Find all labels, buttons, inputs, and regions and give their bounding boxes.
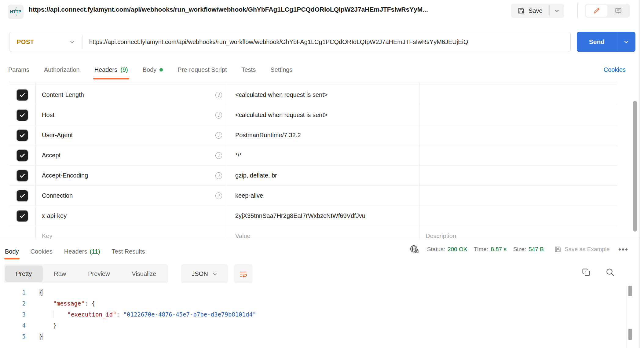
- send-button-group[interactable]: Send: [577, 32, 635, 52]
- info-icon[interactable]: i: [215, 152, 222, 159]
- header-value-cell[interactable]: */*: [227, 145, 419, 165]
- info-icon[interactable]: i: [215, 92, 222, 98]
- header-key-cell[interactable]: Key: [36, 226, 227, 239]
- view-tab-pretty[interactable]: Pretty: [5, 266, 43, 282]
- stat-label: Status:: [427, 246, 445, 253]
- response-panel: BodyCookiesHeaders(11)Test Results Statu…: [0, 239, 639, 348]
- network-info-button[interactable]: [409, 244, 419, 254]
- header-enabled-checkbox[interactable]: [17, 90, 28, 101]
- table-cell: [9, 82, 36, 85]
- code-text: "execution_id": "0122670e-4876-45e7-b7be…: [26, 309, 256, 320]
- code-text: }: [26, 320, 57, 331]
- header-description-cell[interactable]: [419, 125, 617, 145]
- header-key: x-api-key: [42, 212, 67, 219]
- tab-settings[interactable]: Settings: [270, 63, 292, 79]
- table-row: Hosti<calculated when request is sent>: [9, 105, 617, 125]
- key-placeholder: Key: [42, 233, 52, 239]
- header-description-cell[interactable]: Description: [419, 226, 617, 239]
- header-key: Connection: [42, 192, 73, 199]
- header-key-cell[interactable]: Accept-Encodingi: [36, 166, 227, 185]
- header-key-cell[interactable]: Hosti: [36, 105, 227, 125]
- header-value-cell[interactable]: <calculated when request is sent>: [227, 85, 419, 105]
- tab-pre-request-script[interactable]: Pre-request Script: [177, 63, 227, 79]
- info-icon[interactable]: i: [215, 132, 222, 139]
- response-time-stat: Time:8.87 s: [474, 246, 507, 253]
- save-as-example-button[interactable]: Save as Example: [554, 246, 610, 253]
- header-description-cell[interactable]: [419, 186, 617, 206]
- header-description-cell[interactable]: [419, 145, 617, 165]
- response-tab-cookies[interactable]: Cookies: [31, 239, 53, 264]
- table-row-partial: [9, 82, 617, 85]
- header-key: Host: [42, 112, 54, 119]
- code-token: }: [39, 333, 42, 340]
- cookies-link[interactable]: Cookies: [604, 66, 626, 73]
- header-value-cell[interactable]: keep-alive: [227, 186, 419, 206]
- header-description-cell[interactable]: [419, 206, 617, 226]
- tab-authorization[interactable]: Authorization: [44, 63, 80, 79]
- search-icon[interactable]: [605, 267, 615, 277]
- indent: [39, 322, 53, 329]
- topbar: ⭜ HTTP ⭝ https://api.connect.fylamynt.co…: [0, 0, 639, 28]
- copy-icon[interactable]: [581, 267, 591, 277]
- tab-body[interactable]: Body: [143, 63, 163, 79]
- header-enabled-checkbox[interactable]: [17, 110, 28, 121]
- url-input[interactable]: [82, 38, 570, 46]
- header-value-cell[interactable]: <calculated when request is sent>: [227, 105, 419, 125]
- header-enabled-checkbox[interactable]: [17, 211, 28, 222]
- header-enabled-checkbox[interactable]: [17, 130, 28, 141]
- save-options-button[interactable]: [550, 4, 564, 18]
- response-scrollbar[interactable]: [628, 286, 632, 296]
- header-key-cell[interactable]: User-Agenti: [36, 125, 227, 145]
- topbar-divider: [577, 3, 578, 18]
- header-value-cell[interactable]: 2yjX35tnnSaa7Hr2g8EaI7rWxbzcNtWf69VdfJvu: [227, 206, 419, 226]
- more-options-icon[interactable]: •••: [618, 246, 628, 252]
- header-description-cell[interactable]: [419, 105, 617, 125]
- info-icon[interactable]: i: [215, 192, 222, 199]
- comments-button[interactable]: [607, 5, 629, 17]
- response-view-tabs: PrettyRawPreviewVisualize: [4, 264, 168, 283]
- save-button[interactable]: Save: [511, 4, 549, 18]
- header-value-cell[interactable]: PostmanRuntime/7.32.2: [227, 125, 419, 145]
- request-url-bar: POST: [9, 32, 571, 52]
- tab-params[interactable]: Params: [8, 63, 29, 79]
- header-key-cell[interactable]: Accepti: [36, 145, 227, 165]
- response-tab-body[interactable]: Body: [5, 239, 19, 264]
- page-scrollbar[interactable]: [628, 329, 632, 340]
- checkbox-cell: [9, 105, 36, 125]
- header-value: gzip, deflate, br: [235, 172, 277, 179]
- header-value: <calculated when request is sent>: [235, 91, 327, 98]
- send-button-label[interactable]: Send: [577, 32, 617, 52]
- response-tab-headers[interactable]: Headers(11): [64, 239, 100, 264]
- header-description-cell[interactable]: [419, 85, 617, 105]
- header-key-cell[interactable]: Content-Lengthi: [36, 85, 227, 105]
- format-select[interactable]: JSON: [181, 264, 228, 283]
- headers-scrollbar[interactable]: [633, 101, 637, 232]
- header-value-cell[interactable]: gzip, deflate, br: [227, 166, 419, 185]
- header-key: Content-Length: [42, 91, 84, 98]
- info-icon[interactable]: i: [215, 172, 222, 179]
- description-placeholder: Description: [426, 233, 456, 239]
- edit-request-button[interactable]: [586, 5, 607, 17]
- save-icon: [518, 7, 525, 14]
- tab-label: Settings: [270, 66, 292, 73]
- info-icon[interactable]: i: [215, 112, 222, 119]
- request-title: https://api.connect.fylamynt.com/api/web…: [29, 0, 428, 19]
- header-value-cell[interactable]: Value: [227, 226, 419, 239]
- method-selector[interactable]: POST: [9, 38, 82, 46]
- header-enabled-checkbox[interactable]: [17, 150, 28, 161]
- header-enabled-checkbox[interactable]: [17, 170, 28, 181]
- view-tab-visualize[interactable]: Visualize: [121, 266, 167, 282]
- header-key-cell[interactable]: Connectioni: [36, 186, 227, 206]
- header-description-cell[interactable]: [419, 166, 617, 185]
- wrap-lines-button[interactable]: [234, 264, 253, 283]
- response-tab-test-results[interactable]: Test Results: [112, 239, 145, 264]
- code-text: "message": {: [26, 298, 95, 309]
- header-key-cell[interactable]: x-api-key: [36, 206, 227, 226]
- send-options-button[interactable]: [617, 32, 635, 52]
- header-enabled-checkbox[interactable]: [17, 190, 28, 201]
- tab-headers[interactable]: Headers(9): [94, 63, 128, 79]
- code-line: 2 "message": {: [0, 298, 639, 309]
- view-tab-preview[interactable]: Preview: [77, 266, 121, 282]
- view-tab-raw[interactable]: Raw: [43, 266, 77, 282]
- tab-tests[interactable]: Tests: [241, 63, 256, 79]
